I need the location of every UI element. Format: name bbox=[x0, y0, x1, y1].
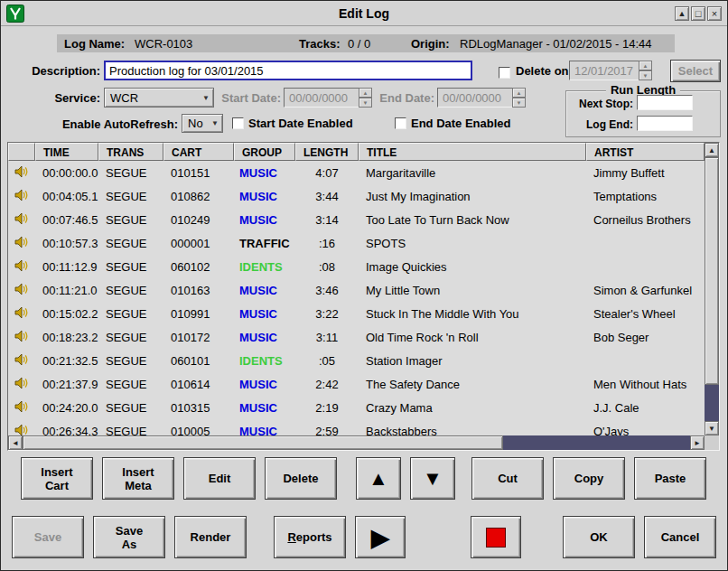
row-title: SPOTS bbox=[359, 237, 586, 250]
table-row[interactable]: 00:04:05.1 SEGUE 010862 MUSIC 3:44 Just … bbox=[8, 184, 705, 208]
table-row[interactable]: 00:26:34.3 SEGUE 010005 MUSIC 2:59 Backs… bbox=[8, 419, 705, 435]
description-input[interactable]: Production log for 03/01/2015 bbox=[104, 61, 472, 80]
column-header-cart: CART bbox=[163, 143, 234, 161]
move-down-button[interactable]: ▼ bbox=[410, 457, 455, 500]
horizontal-scroll-thumb[interactable] bbox=[23, 435, 503, 450]
start-date-enabled-checkbox[interactable] bbox=[232, 117, 244, 129]
move-up-button[interactable]: ▲ bbox=[356, 457, 401, 500]
service-label: Service: bbox=[8, 91, 100, 105]
row-cart: 010005 bbox=[163, 425, 234, 436]
table-row[interactable]: 00:24:20.0 SEGUE 010315 MUSIC 2:19 Crazy… bbox=[8, 396, 705, 419]
origin-value: RDLogManager - 01/02/2015 - 14:44 bbox=[460, 37, 651, 51]
row-trans: SEGUE bbox=[98, 307, 163, 321]
table-row[interactable]: 00:11:12.9 SEGUE 060102 IDENTS :08 Image… bbox=[8, 255, 705, 278]
end-date-spinner: 00/00/0000 ▲ ▼ bbox=[437, 88, 526, 108]
copy-button[interactable]: Copy bbox=[553, 457, 625, 500]
table-row[interactable]: 00:21:37.9 SEGUE 010614 MUSIC 2:42 The S… bbox=[8, 372, 705, 396]
maximize-button[interactable]: □ bbox=[691, 6, 705, 21]
row-group: MUSIC bbox=[234, 190, 295, 203]
spin-down-icon: ▼ bbox=[639, 70, 652, 80]
table-row[interactable]: 00:00:00.0 SEGUE 010151 MUSIC 4:07 Marga… bbox=[8, 161, 705, 184]
row-cart: 060101 bbox=[163, 354, 234, 368]
spin-down-icon: ▼ bbox=[512, 98, 526, 108]
maximize-icon: □ bbox=[695, 8, 702, 19]
autorefresh-value: No bbox=[182, 117, 208, 130]
column-header-time: TIME bbox=[35, 143, 98, 161]
row-title: My Little Town bbox=[359, 284, 586, 297]
horizontal-scrollbar[interactable]: ◄ ► bbox=[8, 435, 705, 450]
run-length-group: Run Length Next Stop: Log End: bbox=[565, 90, 721, 137]
vertical-scrollbar[interactable]: ▲ ▼ bbox=[705, 143, 719, 435]
insert-meta-button[interactable]: Insert Meta bbox=[102, 457, 174, 500]
next-stop-field bbox=[637, 95, 693, 110]
column-header-icon bbox=[8, 143, 35, 161]
paste-button[interactable]: Paste bbox=[634, 457, 706, 500]
scroll-right-button[interactable]: ► bbox=[690, 435, 705, 450]
insert-cart-button[interactable]: Insert Cart bbox=[21, 457, 93, 500]
stop-button[interactable] bbox=[471, 516, 521, 558]
table-row[interactable]: 00:11:21.0 SEGUE 010163 MUSIC 3:46 My Li… bbox=[8, 278, 705, 302]
end-date-label: End Date: bbox=[377, 91, 434, 105]
row-cart: 010614 bbox=[163, 378, 234, 391]
end-date-enabled-checkbox[interactable] bbox=[395, 117, 406, 129]
render-button[interactable]: Render bbox=[174, 516, 247, 558]
table-row[interactable]: 00:15:02.2 SEGUE 010991 MUSIC 3:22 Stuck… bbox=[8, 302, 705, 325]
log-table-header: TIME TRANS CART GROUP LENGTH TITLE ARTIS… bbox=[8, 143, 705, 161]
spin-up-icon: ▲ bbox=[639, 61, 652, 70]
delete-button[interactable]: Delete bbox=[265, 457, 337, 500]
row-time: 00:11:12.9 bbox=[35, 260, 98, 274]
row-length: :08 bbox=[295, 260, 359, 274]
row-length: 3:44 bbox=[295, 190, 359, 203]
scroll-up-button[interactable]: ▲ bbox=[705, 143, 719, 157]
table-row[interactable]: 00:21:32.5 SEGUE 060101 IDENTS :05 Stati… bbox=[8, 349, 705, 372]
vertical-scroll-thumb[interactable] bbox=[705, 157, 719, 385]
play-button[interactable]: ▶ bbox=[355, 516, 406, 558]
log-rows: 00:00:00.0 SEGUE 010151 MUSIC 4:07 Marga… bbox=[8, 161, 705, 435]
table-row[interactable]: 00:07:46.5 SEGUE 010249 MUSIC 3:14 Too L… bbox=[8, 208, 705, 231]
table-row[interactable]: 00:18:23.2 SEGUE 010172 MUSIC 3:11 Old T… bbox=[8, 325, 705, 349]
row-title: Stuck In The Middle With You bbox=[359, 307, 586, 321]
log-end-label: Log End: bbox=[570, 118, 633, 131]
chevron-down-icon: ▼ bbox=[208, 119, 222, 127]
start-date-label: Start Date: bbox=[218, 91, 281, 105]
end-date-enabled-label: End Date Enabled bbox=[411, 117, 511, 130]
shade-icon: ▲ bbox=[678, 9, 686, 18]
delete-on-checkbox[interactable] bbox=[499, 67, 510, 79]
column-header-trans: TRANS bbox=[98, 143, 163, 161]
speaker-icon bbox=[8, 330, 35, 345]
row-title: Too Late To Turn Back Now bbox=[359, 213, 586, 227]
service-combo[interactable]: WCR ▼ bbox=[104, 88, 214, 108]
autorefresh-combo[interactable]: No ▼ bbox=[182, 114, 223, 133]
shade-button[interactable]: ▲ bbox=[675, 6, 689, 21]
scroll-down-button[interactable]: ▼ bbox=[705, 421, 719, 435]
row-time: 00:04:05.1 bbox=[35, 190, 98, 203]
table-row[interactable]: 00:10:57.3 SEGUE 000001 TRAFFIC :16 SPOT… bbox=[8, 231, 705, 255]
save-button: Save bbox=[12, 516, 84, 558]
row-group: IDENTS bbox=[234, 354, 295, 368]
cancel-button[interactable]: Cancel bbox=[644, 516, 716, 558]
origin-label: Origin: bbox=[411, 37, 450, 51]
row-artist: Jimmy Buffett bbox=[586, 166, 705, 180]
titlebar[interactable]: Edit Log ▲ □ × bbox=[1, 1, 727, 26]
next-stop-label: Next Stop: bbox=[570, 98, 633, 110]
row-time: 00:24:20.0 bbox=[35, 401, 98, 415]
row-title: The Safety Dance bbox=[359, 378, 586, 391]
tracks-label: Tracks: bbox=[299, 37, 341, 51]
scroll-up-icon: ▲ bbox=[708, 146, 715, 154]
row-trans: SEGUE bbox=[98, 354, 163, 368]
row-length: 2:42 bbox=[295, 378, 359, 391]
scroll-left-button[interactable]: ◄ bbox=[8, 435, 23, 450]
row-title: Crazy Mama bbox=[359, 401, 586, 415]
cut-button[interactable]: Cut bbox=[471, 457, 544, 500]
chevron-down-icon: ▼ bbox=[199, 94, 213, 102]
row-trans: SEGUE bbox=[98, 166, 163, 180]
row-cart: 010991 bbox=[163, 307, 234, 321]
reports-button[interactable]: Reports bbox=[274, 516, 346, 558]
save-as-button[interactable]: Save As bbox=[93, 516, 165, 558]
close-button[interactable]: × bbox=[707, 6, 722, 21]
edit-button[interactable]: Edit bbox=[183, 457, 256, 500]
ok-button[interactable]: OK bbox=[563, 516, 635, 558]
speaker-icon bbox=[8, 424, 35, 436]
row-title: Old Time Rock 'n Roll bbox=[359, 331, 586, 344]
row-cart: 010163 bbox=[163, 284, 234, 297]
